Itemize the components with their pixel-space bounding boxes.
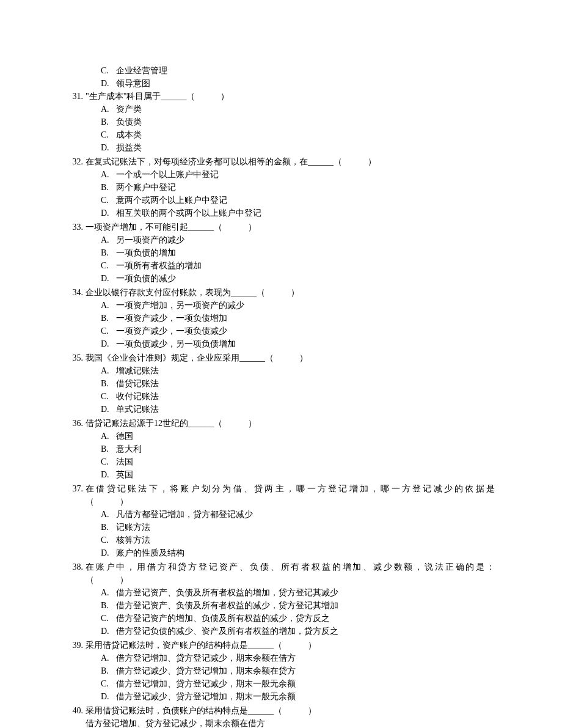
option-row: B.意大利 xyxy=(67,443,495,455)
option-letter: A. xyxy=(101,364,116,377)
option-text: 一项负债的减少 xyxy=(116,272,495,285)
option-text: 一项负债减少，另一项负债增加 xyxy=(116,337,495,350)
option-text: 成本类 xyxy=(116,128,495,141)
question: 40.采用借贷记账法时，负债账户的结构特点是______（ ）借方登记增加、贷方… xyxy=(67,704,495,728)
question-number: 39. xyxy=(67,639,86,652)
option-text: 凡借方都登记增加，贷方都登记减少 xyxy=(116,508,495,521)
option-row: B.借贷记账法 xyxy=(67,377,495,390)
option-text-no-letter: 借方登记增加、贷方登记减少，期末余额在借方 xyxy=(67,717,495,728)
option-text: 企业经营管理 xyxy=(116,64,495,77)
option-letter: A. xyxy=(101,586,116,599)
question-stem: 37.在借贷记账法下，将账户划分为借、贷两主，哪一方登记增加，哪一方登记减少的依… xyxy=(67,482,495,495)
option-letter: A. xyxy=(101,652,116,664)
option-text: 一个或一个以上账户中登记 xyxy=(116,168,495,181)
option-letter: D. xyxy=(101,403,116,416)
option-letter: D. xyxy=(101,337,116,350)
question: 32.在复式记账法下，对每项经济业务都可以以相等的金额，在______（ ）A.… xyxy=(67,155,495,219)
question-number: 36. xyxy=(67,417,86,430)
option-text: 一项负债的增加 xyxy=(116,246,495,259)
option-letter: D. xyxy=(101,272,116,285)
option-letter: B. xyxy=(101,312,116,325)
option-letter: C. xyxy=(101,194,116,207)
option-row: C.核算方法 xyxy=(67,534,495,546)
question-stem-text: "生产成本"科目属于______（ ） xyxy=(86,90,495,103)
option-letter: B. xyxy=(101,181,116,194)
option-text: 意大利 xyxy=(116,443,495,455)
question: 34.企业以银行存款支付应付账款，表现为______（ ）A.一项资产增加，另一… xyxy=(67,286,495,350)
question-stem-continuation: （ ） xyxy=(67,573,495,586)
option-letter: A. xyxy=(101,103,116,116)
option-row: A.借方登记增加、贷方登记减少，期末余额在借方 xyxy=(67,652,495,664)
option-text: 收付记账法 xyxy=(116,390,495,403)
option-text: 一项资产减少，一项负债增加 xyxy=(116,312,495,325)
option-letter: C. xyxy=(101,677,116,690)
question: 31."生产成本"科目属于______（ ）A.资产类B.负债类C.成本类D.损… xyxy=(67,90,495,154)
option-text: 记账方法 xyxy=(116,521,495,534)
option-letter: C. xyxy=(101,325,116,337)
question-stem-continuation: （ ） xyxy=(67,495,495,508)
question-stem-text: 采用借贷记账法时，负债账户的结构特点是______（ ） xyxy=(86,704,495,717)
option-row: C.收付记账法 xyxy=(67,390,495,403)
question-stem-text: 我国《企业会计准则》规定，企业应采用______（ ） xyxy=(86,351,495,364)
option-text: 德国 xyxy=(116,430,495,443)
option-row: A.一项资产增加，另一项资产的减少 xyxy=(67,299,495,312)
question-stem-text: 在账户中，用借方和贷方登记资产、负债、所有者权益的增加、减少数额，说法正确的是： xyxy=(86,561,495,573)
question-stem: 32.在复式记账法下，对每项经济业务都可以以相等的金额，在______（ ） xyxy=(67,155,495,168)
option-row: C.借方登记资产的增加、负债及所有权益的减少，贷方反之 xyxy=(67,612,495,625)
option-letter: D. xyxy=(101,77,116,90)
option-letter: B. xyxy=(101,599,116,612)
option-row: A.资产类 xyxy=(67,103,495,116)
option-letter: D. xyxy=(101,546,116,559)
option-letter: C. xyxy=(101,64,116,77)
question-number: 32. xyxy=(67,155,86,168)
option-row: B.一项资产减少，一项负债增加 xyxy=(67,312,495,325)
option-letter: A. xyxy=(101,168,116,181)
question-stem: 38.在账户中，用借方和贷方登记资产、负债、所有者权益的增加、减少数额，说法正确… xyxy=(67,561,495,573)
option-row: B.两个账户中登记 xyxy=(67,181,495,194)
option-letter: C. xyxy=(101,390,116,403)
option-row: C.法国 xyxy=(67,455,495,468)
option-row: B.借方登记资产、负债及所有者权益的减少，贷方登记其增加 xyxy=(67,599,495,612)
option-text: 一项资产增加，另一项资产的减少 xyxy=(116,299,495,312)
option-letter: D. xyxy=(101,141,116,154)
question: 37.在借贷记账法下，将账户划分为借、贷两主，哪一方登记增加，哪一方登记减少的依… xyxy=(67,482,495,559)
option-text: 单式记账法 xyxy=(116,403,495,416)
option-row: A.德国 xyxy=(67,430,495,443)
question-number: 31. xyxy=(67,90,86,103)
option-text: 借方登记资产的增加、负债及所有权益的减少，贷方反之 xyxy=(116,612,495,625)
option-row: B.负债类 xyxy=(67,116,495,128)
option-letter: B. xyxy=(101,116,116,128)
option-letter: D. xyxy=(101,207,116,219)
option-text: 一项资产减少，一项负债减少 xyxy=(116,325,495,337)
option-text: 借方登记负债的减少、资产及所有者权益的增加，贷方反之 xyxy=(116,625,495,638)
option-row: C.一项所有者权益的增加 xyxy=(67,259,495,272)
option-row: C.意两个或两个以上账户中登记 xyxy=(67,194,495,207)
question-stem: 39.采用借贷记账法时，资产账户的结构特点是______（ ） xyxy=(67,639,495,652)
option-row: D.借方登记负债的减少、资产及所有者权益的增加，贷方反之 xyxy=(67,625,495,638)
question-stem: 35.我国《企业会计准则》规定，企业应采用______（ ） xyxy=(67,351,495,364)
question-stem-text: 在借贷记账法下，将账户划分为借、贷两主，哪一方登记增加，哪一方登记减少的依据是 xyxy=(86,482,495,495)
option-row: C.一项资产减少，一项负债减少 xyxy=(67,325,495,337)
option-letter: C. xyxy=(101,259,116,272)
option-letter: C. xyxy=(101,128,116,141)
question-stem-text: 在复式记账法下，对每项经济业务都可以以相等的金额，在______（ ） xyxy=(86,155,495,168)
option-text: 损益类 xyxy=(116,141,495,154)
question: 39.采用借贷记账法时，资产账户的结构特点是______（ ）A.借方登记增加、… xyxy=(67,639,495,703)
question-number: 38. xyxy=(67,561,86,573)
option-row: D.账户的性质及结构 xyxy=(67,546,495,559)
option-row: D.单式记账法 xyxy=(67,403,495,416)
option-row: C.借方登记增加、贷方登记减少，期末一般无余额 xyxy=(67,677,495,690)
option-row: D.英国 xyxy=(67,468,495,481)
option-row: D.损益类 xyxy=(67,141,495,154)
option-text: 借方登记资产、负债及所有者权益的增加，贷方登记其减少 xyxy=(116,586,495,599)
question-number: 40. xyxy=(67,704,86,717)
question-stem: 36.借贷记账法起源于12世纪的______（ ） xyxy=(67,417,495,430)
option-row: C.企业经营管理 xyxy=(67,64,495,77)
option-row: A.另一项资产的减少 xyxy=(67,233,495,246)
question: 36.借贷记账法起源于12世纪的______（ ）A.德国B.意大利C.法国D.… xyxy=(67,417,495,481)
option-letter: A. xyxy=(101,430,116,443)
option-text: 增减记账法 xyxy=(116,364,495,377)
option-letter: B. xyxy=(101,521,116,534)
option-letter: D. xyxy=(101,625,116,638)
option-letter: A. xyxy=(101,508,116,521)
